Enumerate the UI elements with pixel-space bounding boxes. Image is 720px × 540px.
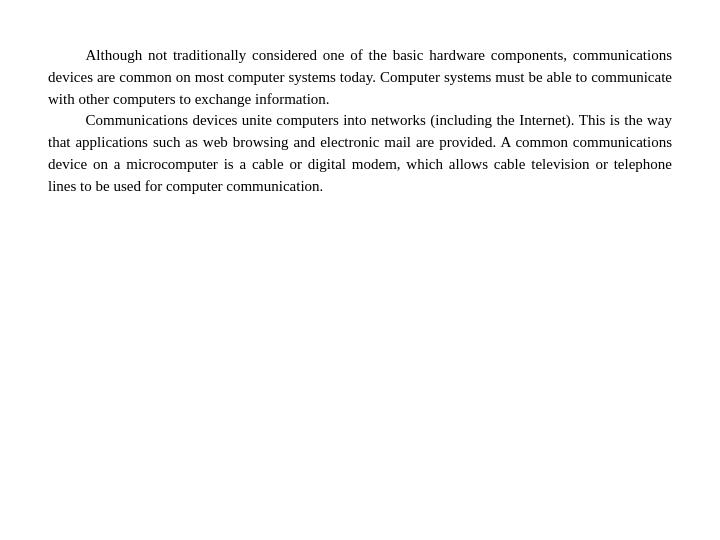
page-container: Although not traditionally considered on… (0, 0, 720, 540)
paragraph-2: Communications devices unite computers i… (48, 110, 672, 197)
paragraph-1: Although not traditionally considered on… (48, 45, 672, 110)
